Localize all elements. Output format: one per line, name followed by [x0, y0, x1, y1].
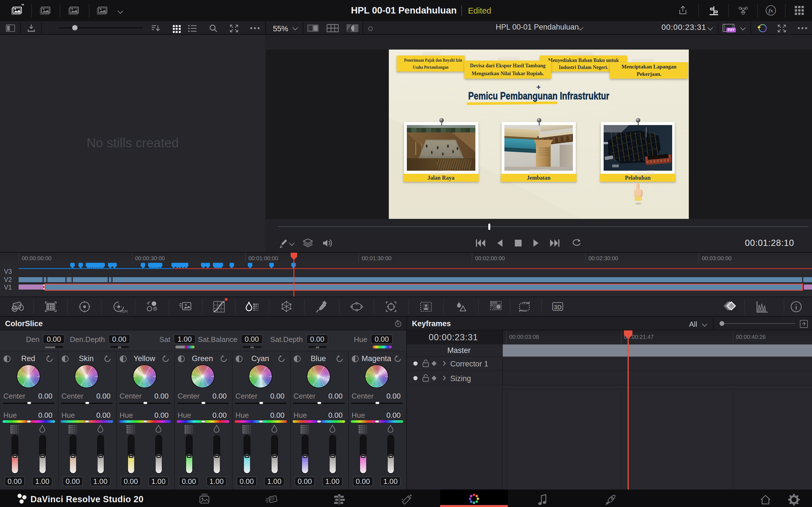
svg-text:3D: 3D: [554, 304, 562, 311]
svg-text:HDR: HDR: [120, 309, 128, 314]
svg-text:fx: fx: [769, 8, 773, 13]
